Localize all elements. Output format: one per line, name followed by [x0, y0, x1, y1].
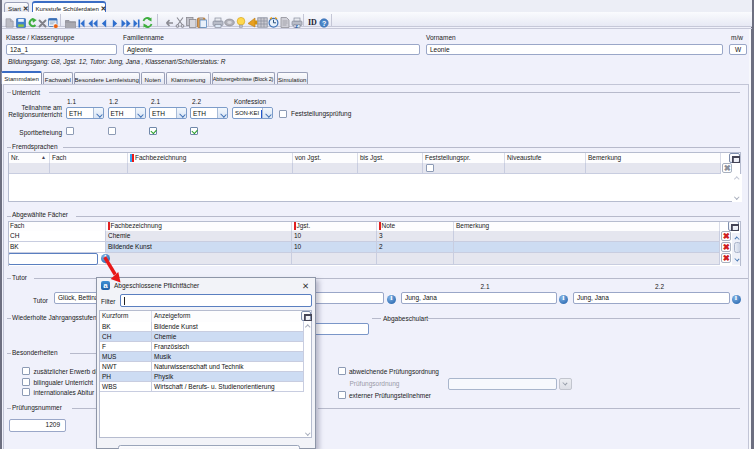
svg-text:?: ?	[322, 19, 326, 26]
